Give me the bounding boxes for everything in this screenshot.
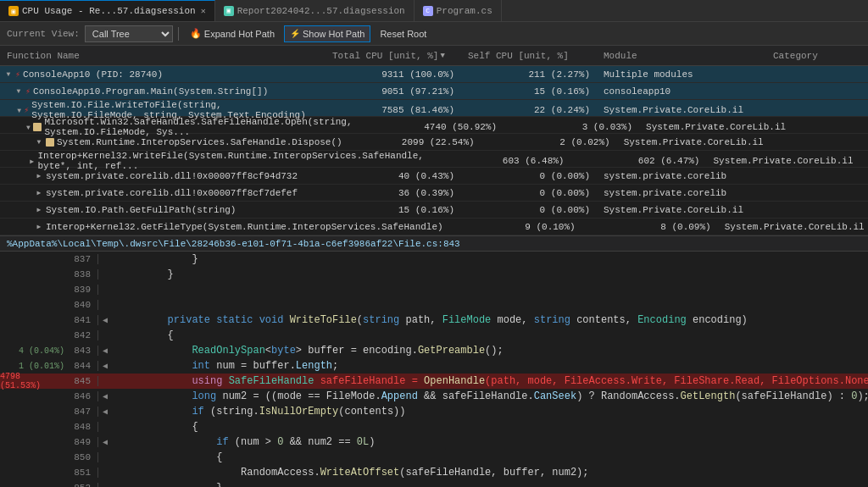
code-line: 4 (0.04%) 843 ◀ ReadOnlySpan<byte> buffe…: [0, 343, 868, 358]
expand-button[interactable]: ▶: [34, 188, 44, 198]
code-line: 851 RandomAccess.WriteAtOffset(safeFileH…: [0, 465, 868, 480]
toolbar-separator-1: [178, 27, 179, 41]
total-cpu-cell: 603 (6.48%): [435, 156, 570, 166]
table-row[interactable]: ▼ ⚡ System.IO.File.WriteToFile(string, S…: [0, 100, 868, 117]
show-hot-path-label: Show Hot Path: [303, 29, 364, 39]
line-content: if (string.IsNullOrEmpty(contents)): [112, 406, 868, 418]
line-number: 839: [68, 285, 98, 295]
hot-indicator-icon: ⚡: [25, 86, 31, 97]
line-content: {: [112, 451, 868, 463]
self-cpu-cell: 22 (0.24%): [461, 105, 597, 115]
expand-button[interactable]: ▼: [16, 105, 22, 115]
code-line: 850 {: [0, 450, 868, 465]
module-cell: System.Private.CoreLib.il: [718, 222, 868, 232]
line-number: 851: [68, 468, 98, 478]
line-number: 841: [68, 315, 98, 325]
col-module: Module: [597, 51, 766, 61]
table-row[interactable]: ▼ System.Runtime.InteropServices.SafeHan…: [0, 134, 868, 151]
code-line: 841 ◀ private static void WriteToFile(st…: [0, 313, 868, 328]
line-content: RandomAccess.WriteAtOffset(safeFileHandl…: [112, 467, 868, 479]
table-row[interactable]: ▶ System.IO.Path.GetFullPath(string) 15 …: [0, 202, 868, 219]
current-view-label: Current View:: [7, 29, 80, 39]
reset-root-button[interactable]: Reset Root: [374, 25, 432, 42]
total-cpu-cell: 36 (0.39%): [326, 188, 461, 198]
cpu-table-section: Function Name Total CPU [unit, %] ▼ Self…: [0, 46, 868, 236]
self-cpu-cell: 0 (0.00%): [461, 188, 597, 198]
tab-report[interactable]: ▣ Report2024042...57.diagsession: [215, 0, 415, 21]
function-name: System.Runtime.InteropServices.SafeHandl…: [57, 137, 342, 147]
table-row[interactable]: ▶ system.private.corelib.dll!0x00007ff8c…: [0, 168, 868, 185]
tab-cpu-close[interactable]: ✕: [201, 6, 206, 16]
line-number: 850: [68, 452, 98, 462]
module-cell: System.Private.CoreLib.il: [639, 122, 809, 132]
line-number: 852: [68, 483, 98, 487]
module-cell: System.Private.CoreLib.il: [597, 105, 766, 115]
self-cpu-cell: 0 (0.00%): [461, 205, 597, 215]
code-line: 839: [0, 282, 868, 297]
self-cpu-cell: 2 (0.02%): [481, 137, 617, 147]
line-arrow: ◀: [98, 437, 112, 447]
col-total-cpu[interactable]: Total CPU [unit, %] ▼: [326, 51, 461, 61]
code-line-hot: 4798 (51.53%) 845 using SafeFileHandle s…: [0, 374, 868, 389]
expand-hot-path-button[interactable]: 🔥 Expand Hot Path: [184, 25, 281, 42]
table-row[interactable]: ▼ Microsoft.Win32.SafeHandles.SafeFileHa…: [0, 117, 868, 134]
expand-button[interactable]: ▶: [28, 156, 36, 166]
expand-hot-path-label: Expand Hot Path: [204, 29, 275, 39]
expand-button[interactable]: ▼: [14, 86, 24, 97]
code-line: 842 {: [0, 328, 868, 343]
line-number: 849: [68, 437, 98, 447]
main-area: Function Name Total CPU [unit, %] ▼ Self…: [0, 46, 868, 487]
expand-button[interactable]: ▼: [34, 137, 44, 147]
module-cell: system.private.corelib: [597, 171, 766, 181]
show-hot-path-button[interactable]: ⚡ Show Hot Path: [284, 25, 370, 42]
code-line: 846 ◀ long num2 = ((mode == FileMode.App…: [0, 389, 868, 404]
line-content: int num = buffer.Length;: [112, 360, 868, 372]
line-arrow: ◀: [98, 346, 112, 356]
line-number: 842: [68, 330, 98, 340]
col-self-cpu: Self CPU [unit, %]: [461, 51, 597, 61]
module-cell: System.Private.CoreLib.il: [617, 137, 787, 147]
function-name: System.IO.Path.GetFullPath(string): [46, 205, 236, 215]
line-number: 843: [68, 346, 98, 356]
expand-button[interactable]: ▼: [25, 122, 31, 132]
table-row[interactable]: ▼ ⚡ ConsoleApp10 (PID: 28740) 9311 (100.…: [0, 66, 868, 83]
line-number: 840: [68, 300, 98, 310]
expand-button[interactable]: ▶: [34, 222, 44, 232]
line-meta: 4798 (51.53%): [0, 372, 68, 390]
function-name-cell: ▶ Interop+Kernel32.WriteFile(System.Runt…: [0, 151, 435, 171]
view-select[interactable]: Call Tree Callers/Callees Modules Summar…: [85, 25, 173, 42]
table-row[interactable]: ▶ Interop+Kernel32.WriteFile(System.Runt…: [0, 151, 868, 168]
tab-cpu[interactable]: ▣ CPU Usage - Re...57.diagsession ✕: [0, 0, 215, 21]
expand-button[interactable]: ▼: [3, 69, 14, 80]
expand-button[interactable]: ▶: [34, 171, 44, 181]
function-name-cell: ▶ system.private.corelib.dll!0x00007ff8c…: [0, 188, 326, 198]
tab-cpu-label: CPU Usage - Re...57.diagsession: [22, 6, 196, 16]
module-cell: consoleapp10: [597, 86, 766, 97]
function-name: Interop+Kernel32.WriteFile(System.Runtim…: [37, 151, 431, 171]
code-line: 852 }: [0, 480, 868, 487]
expand-button[interactable]: ▶: [34, 205, 44, 215]
line-content: long num2 = ((mode == FileMode.Append &&…: [112, 390, 868, 402]
table-row[interactable]: ▼ ⚡ ConsoleApp10.Program.Main(System.Str…: [0, 83, 868, 100]
code-editor[interactable]: 837 } 838 } 839: [0, 252, 868, 487]
tooltip-text: %AppData%\Local\Temp\.dwsrc\File\28246b3…: [7, 239, 460, 249]
line-number: 845: [68, 376, 98, 386]
function-name-cell: ▼ Microsoft.Win32.SafeHandles.SafeFileHa…: [0, 117, 368, 137]
table-row[interactable]: ▶ Interop+Kernel32.GetFileType(System.Ru…: [0, 219, 868, 235]
sort-arrow-icon: ▼: [440, 52, 444, 60]
line-arrow: ◀: [98, 407, 112, 417]
function-name-cell: ▶ Interop+Kernel32.GetFileType(System.Ru…: [0, 222, 447, 232]
total-cpu-cell: 40 (0.43%): [326, 171, 461, 181]
function-name: ConsoleApp10.Program.Main(System.String[…: [33, 86, 268, 97]
code-line: 840: [0, 297, 868, 313]
module-cell: System.Private.CoreLib.il: [706, 156, 868, 166]
fn-icon: [33, 123, 42, 131]
toolbar: Current View: Call Tree Callers/Callees …: [0, 22, 868, 46]
table-row[interactable]: ▶ system.private.corelib.dll!0x00007ff8c…: [0, 185, 868, 202]
function-name: ConsoleApp10 (PID: 28740): [23, 69, 163, 80]
line-meta: 1 (0.01%): [0, 362, 68, 371]
function-name-cell: ▶ system.private.corelib.dll!0x00007ff8c…: [0, 171, 326, 181]
tab-program[interactable]: C Program.cs: [415, 0, 502, 21]
total-cpu-cell: 9311 (100.0%): [326, 69, 461, 80]
fn-icon: [46, 138, 54, 147]
